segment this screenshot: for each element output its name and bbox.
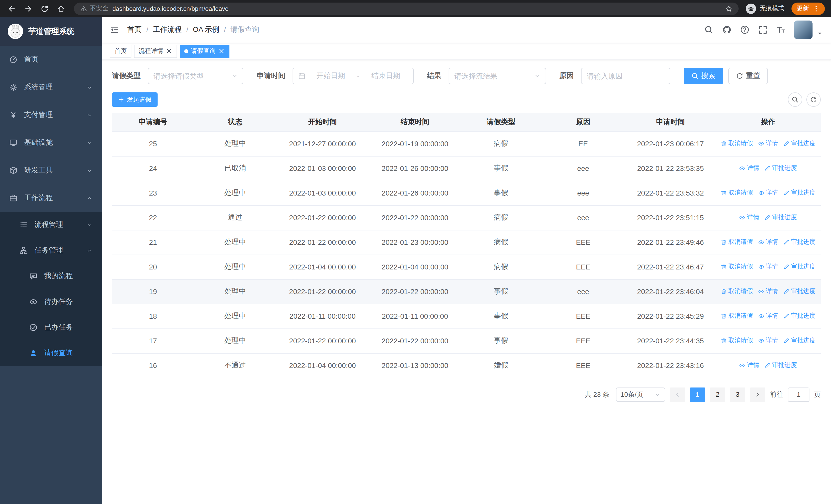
sidebar-item-done-task[interactable]: 已办任务 bbox=[0, 315, 102, 340]
leave-type-select[interactable] bbox=[148, 68, 243, 84]
col-actions: 操作 bbox=[716, 113, 821, 131]
browser-back-button[interactable] bbox=[6, 3, 18, 14]
result-select[interactable] bbox=[449, 68, 546, 84]
leave-type-input[interactable] bbox=[153, 72, 228, 80]
sidebar-item-process-management[interactable]: 流程管理 bbox=[0, 212, 102, 238]
action-detail[interactable]: 详情 bbox=[758, 238, 778, 247]
action-cancel[interactable]: 取消请假 bbox=[721, 287, 753, 296]
action-progress[interactable]: 审批进度 bbox=[765, 164, 797, 173]
close-icon[interactable] bbox=[166, 48, 172, 54]
security-status[interactable]: 不安全 bbox=[80, 4, 108, 13]
search-icon[interactable] bbox=[704, 25, 713, 34]
sidebar-item-workflow[interactable]: 工作流程 bbox=[0, 184, 102, 212]
action-progress[interactable]: 审批进度 bbox=[783, 312, 815, 321]
avatar[interactable] bbox=[794, 21, 812, 39]
action-progress[interactable]: 审批进度 bbox=[783, 238, 815, 247]
result-input[interactable] bbox=[454, 72, 531, 80]
github-icon[interactable] bbox=[722, 25, 732, 34]
cell-reason: EEE bbox=[541, 230, 625, 255]
fullscreen-icon[interactable] bbox=[758, 25, 767, 34]
action-progress[interactable]: 审批进度 bbox=[783, 139, 815, 148]
reset-button[interactable]: 重置 bbox=[728, 68, 768, 84]
page-button-1[interactable]: 1 bbox=[690, 387, 705, 402]
caret-down-icon[interactable] bbox=[816, 30, 823, 36]
apply-time-range-picker[interactable]: 开始日期 - 结束日期 bbox=[292, 68, 414, 84]
action-progress[interactable]: 审批进度 bbox=[765, 361, 797, 370]
action-cancel[interactable]: 取消请假 bbox=[721, 188, 753, 197]
action-cancel[interactable]: 取消请假 bbox=[721, 139, 753, 148]
sidebar-item-home[interactable]: 首页 bbox=[0, 46, 102, 73]
action-cancel[interactable]: 取消请假 bbox=[721, 312, 753, 321]
address-bar[interactable]: 不安全 dashboard.yudao.iocoder.cn/bpm/oa/le… bbox=[74, 2, 739, 14]
sidebar-item-devtools[interactable]: 研发工具 bbox=[0, 156, 102, 184]
action-detail[interactable]: 详情 bbox=[739, 361, 760, 370]
next-page-button[interactable] bbox=[750, 387, 765, 402]
tab-leave-query[interactable]: 请假查询 bbox=[180, 45, 229, 58]
update-button[interactable]: 更新 bbox=[792, 2, 825, 14]
browser-home-button[interactable] bbox=[55, 3, 67, 14]
bookmark-star-icon[interactable] bbox=[725, 5, 733, 12]
action-cancel[interactable]: 取消请假 bbox=[721, 263, 753, 271]
action-detail[interactable]: 详情 bbox=[758, 263, 778, 271]
reason-input[interactable] bbox=[587, 72, 665, 80]
col-start-time: 开始时间 bbox=[276, 113, 369, 131]
sidebar-item-leave-query[interactable]: 请假查询 bbox=[0, 340, 102, 366]
cell-actions: 详情审批进度 bbox=[716, 353, 821, 378]
sidebar-item-payment[interactable]: 支付管理 bbox=[0, 101, 102, 129]
page-size-select[interactable]: 10条/页 bbox=[616, 387, 665, 402]
action-detail[interactable]: 详情 bbox=[758, 139, 778, 148]
tab-home[interactable]: 首页 bbox=[110, 45, 132, 58]
action-detail[interactable]: 详情 bbox=[739, 213, 760, 222]
action-detail[interactable]: 详情 bbox=[758, 287, 778, 296]
cell-start: 2022-01-22 00:00:00 bbox=[276, 205, 369, 230]
page-button-2[interactable]: 2 bbox=[710, 387, 725, 402]
close-icon[interactable] bbox=[218, 48, 225, 54]
sidebar-item-label: 流程管理 bbox=[34, 220, 87, 230]
cell-actions: 详情审批进度 bbox=[716, 205, 821, 230]
action-detail[interactable]: 详情 bbox=[758, 312, 778, 321]
action-cancel[interactable]: 取消请假 bbox=[721, 238, 753, 247]
sidebar-item-my-process[interactable]: 我的流程 bbox=[0, 263, 102, 289]
action-progress[interactable]: 审批进度 bbox=[765, 213, 797, 222]
toggle-search-button[interactable] bbox=[788, 92, 802, 107]
sidebar-collapse-button[interactable] bbox=[110, 25, 119, 34]
sidebar-item-system[interactable]: 系统管理 bbox=[0, 73, 102, 101]
refresh-table-button[interactable] bbox=[806, 92, 821, 107]
sidebar-item-task-management[interactable]: 任务管理 bbox=[0, 238, 102, 263]
reason-field[interactable] bbox=[581, 68, 670, 84]
search-button[interactable]: 搜索 bbox=[684, 68, 723, 84]
action-progress[interactable]: 审批进度 bbox=[783, 188, 815, 197]
breadcrumb-item-workflow[interactable]: 工作流程 bbox=[153, 25, 182, 34]
prev-page-button[interactable] bbox=[670, 387, 685, 402]
action-detail[interactable]: 详情 bbox=[758, 336, 778, 345]
pen-icon bbox=[783, 313, 790, 319]
sidebar-item-infrastructure[interactable]: 基础设施 bbox=[0, 129, 102, 156]
goto-page-input[interactable] bbox=[788, 387, 809, 402]
browser-menu-icon[interactable] bbox=[812, 5, 820, 12]
breadcrumb-item-oa[interactable]: OA 示例 bbox=[193, 25, 220, 34]
action-progress[interactable]: 审批进度 bbox=[783, 263, 815, 271]
tab-process-detail[interactable]: 流程详情 bbox=[134, 45, 177, 58]
browser-reload-button[interactable] bbox=[39, 3, 50, 14]
action-progress[interactable]: 审批进度 bbox=[783, 336, 815, 345]
sidebar-item-todo-task[interactable]: 待办任务 bbox=[0, 289, 102, 315]
end-date-placeholder[interactable]: 结束日期 bbox=[364, 71, 408, 81]
action-label: 详情 bbox=[766, 263, 778, 271]
help-icon[interactable] bbox=[740, 25, 749, 34]
cell-start: 2021-12-27 00:00:00 bbox=[276, 131, 369, 156]
create-leave-button[interactable]: 发起请假 bbox=[112, 92, 157, 107]
gear-icon bbox=[9, 83, 18, 91]
action-detail[interactable]: 详情 bbox=[758, 188, 778, 197]
font-size-icon[interactable] bbox=[776, 25, 785, 34]
cell-id: 17 bbox=[112, 328, 194, 353]
page-button-3[interactable]: 3 bbox=[730, 387, 745, 402]
start-date-placeholder[interactable]: 开始日期 bbox=[309, 71, 353, 81]
cell-id: 19 bbox=[112, 279, 194, 304]
action-detail[interactable]: 详情 bbox=[739, 164, 760, 173]
browser-forward-button[interactable] bbox=[23, 3, 34, 14]
pen-icon bbox=[765, 214, 771, 221]
cell-reason: EEE bbox=[541, 328, 625, 353]
action-progress[interactable]: 审批进度 bbox=[783, 287, 815, 296]
breadcrumb-item-home[interactable]: 首页 bbox=[127, 25, 142, 34]
action-cancel[interactable]: 取消请假 bbox=[721, 336, 753, 345]
